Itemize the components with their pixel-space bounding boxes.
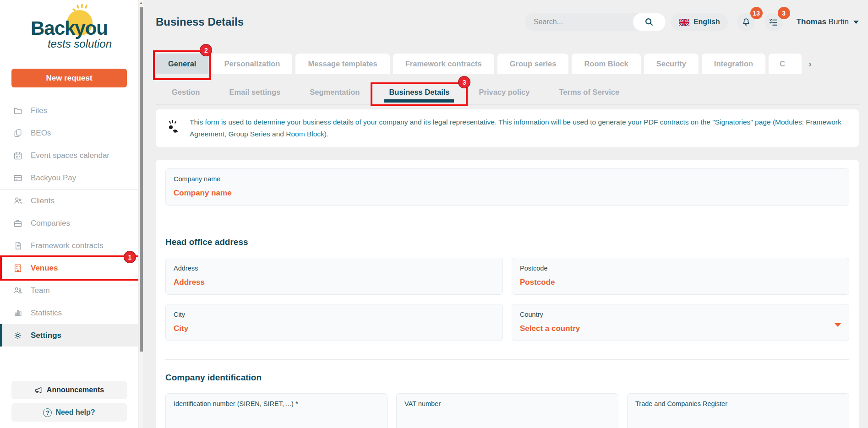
info-banner-text: This form is used to determine your busi…: [190, 116, 847, 140]
tab-room-block[interactable]: Room Block: [572, 54, 640, 74]
chevron-down-icon: [853, 21, 859, 24]
notifications-button[interactable]: 13: [737, 13, 755, 31]
new-request-button[interactable]: New request: [11, 69, 127, 87]
page-title: Business Details: [156, 16, 244, 28]
company-name-field[interactable]: Company name Company name: [165, 168, 849, 206]
team-icon: [13, 286, 23, 295]
search-input[interactable]: [525, 18, 633, 26]
info-person-icon: [166, 119, 180, 135]
calendar-icon: [13, 151, 23, 160]
language-label: English: [693, 18, 720, 26]
bar-chart-icon: [13, 309, 23, 317]
tab-framework-contracts[interactable]: Framework contracts: [393, 54, 494, 74]
tab-general[interactable]: General 2: [156, 54, 208, 74]
country-select[interactable]: Country Select a country: [512, 304, 849, 341]
sidebar-scrollbar-thumb[interactable]: [140, 7, 143, 352]
section-divider: [165, 224, 849, 224]
logo-sun-rays-icon: [71, 4, 91, 11]
scrollbar-up-arrow[interactable]: ▲: [139, 1, 143, 5]
tab-message-templates[interactable]: Message templates: [295, 54, 389, 74]
bell-icon: [741, 17, 751, 27]
identification-number-field[interactable]: Identification number (SIREN, SIRET, ...…: [165, 393, 388, 428]
tasks-button[interactable]: 3: [764, 13, 783, 31]
uk-flag-icon: [679, 19, 689, 26]
subtabs-container: Gestion Email settings Segmentation Busi…: [156, 74, 859, 105]
language-selector[interactable]: English: [671, 13, 728, 31]
address-field[interactable]: Address Address: [165, 258, 503, 295]
user-last-name: Burtin: [829, 17, 849, 26]
subtab-terms-of-service[interactable]: Terms of Service: [559, 88, 619, 104]
vat-number-field[interactable]: VAT number: [396, 393, 618, 428]
sidebar-item-event-spaces-calendar[interactable]: Event spaces calendar: [0, 144, 138, 167]
tabs-scroll-right-button[interactable]: ›: [805, 54, 813, 74]
subtab-segmentation[interactable]: Segmentation: [310, 88, 360, 104]
sidebar-item-companies[interactable]: Companies: [0, 212, 138, 234]
gear-icon: [13, 331, 23, 340]
user-first-name: Thomas: [797, 17, 826, 26]
city-field[interactable]: City City: [165, 304, 503, 341]
contract-file-icon: [13, 241, 23, 250]
sidebar-item-team[interactable]: Team: [0, 279, 138, 302]
sidebar-item-backyou-pay[interactable]: Backyou Pay: [0, 167, 138, 189]
notifications-count-badge: 13: [750, 7, 763, 19]
subtab-gestion[interactable]: Gestion: [172, 88, 200, 104]
postcode-field[interactable]: Postcode Postcode: [512, 258, 849, 295]
subtab-business-details[interactable]: Business Details 3: [389, 88, 449, 104]
search-icon: [644, 17, 654, 27]
tasks-count-badge: 3: [778, 7, 790, 19]
clients-icon: [13, 196, 23, 206]
tab-overflow-clipped[interactable]: C: [769, 54, 802, 74]
brand-name: Backyou: [31, 17, 108, 39]
business-details-form: Company name Company name Head office ad…: [156, 160, 859, 428]
subtab-privacy-policy[interactable]: Privacy policy: [479, 88, 530, 104]
sidebar-item-framework-contracts[interactable]: Framework contracts: [0, 234, 138, 257]
briefcase-icon: [13, 219, 23, 228]
sidebar-nav: Files BEOs Event spaces calendar Backyou…: [0, 99, 138, 347]
company-name-label: Company name: [174, 175, 841, 183]
checklist-icon: [768, 17, 779, 27]
copy-icon: [13, 129, 23, 137]
megaphone-icon: [34, 386, 43, 395]
need-help-button[interactable]: ? Need help?: [11, 403, 127, 422]
question-icon: ?: [43, 408, 52, 417]
sidebar: Backyou tests solution New request Files…: [0, 0, 138, 428]
sidebar-item-beos[interactable]: BEOs: [0, 122, 138, 144]
sidebar-item-settings[interactable]: Settings: [0, 324, 138, 347]
annotation-badge-1: 1: [124, 251, 136, 263]
search-button[interactable]: [633, 13, 666, 31]
select-caret-icon: [835, 323, 841, 327]
company-identification-section-title: Company identification: [165, 373, 849, 383]
tab-personalization[interactable]: Personalization: [212, 54, 292, 74]
tab-integration[interactable]: Integration: [702, 54, 765, 74]
annotation-badge-2: 2: [200, 44, 212, 56]
search-bar: [525, 13, 666, 31]
user-menu[interactable]: Thomas Burtin: [797, 17, 859, 27]
annotation-badge-3: 3: [458, 76, 470, 88]
sidebar-item-clients[interactable]: Clients: [0, 190, 138, 212]
credit-card-icon: [13, 173, 23, 183]
settings-tabs: General 2 Personalization Message templa…: [156, 54, 859, 74]
tab-group-series[interactable]: Group series: [497, 54, 569, 74]
folder-icon: [13, 106, 23, 115]
sidebar-item-venues[interactable]: Venues 1: [0, 257, 138, 279]
section-divider: [165, 359, 849, 360]
sidebar-item-files[interactable]: Files: [0, 99, 138, 122]
active-subtab-underline: [384, 99, 454, 103]
trade-register-field[interactable]: Trade and Companies Register: [627, 393, 849, 428]
brand-tagline: tests solution: [48, 38, 112, 50]
tab-security[interactable]: Security: [644, 54, 699, 74]
info-banner: This form is used to determine your busi…: [156, 109, 859, 147]
sidebar-item-statistics[interactable]: Statistics: [0, 302, 138, 324]
app-logo[interactable]: Backyou tests solution: [0, 17, 138, 50]
subtab-email-settings[interactable]: Email settings: [229, 88, 280, 104]
sidebar-scrollbar-track[interactable]: ▲: [138, 0, 143, 428]
head-office-section-title: Head office address: [165, 237, 849, 247]
announcements-button[interactable]: Announcements: [11, 381, 127, 399]
main-content: Business Details English 13 3 Thoma: [143, 0, 868, 428]
company-name-placeholder: Company name: [174, 189, 841, 198]
building-icon: [13, 264, 23, 273]
